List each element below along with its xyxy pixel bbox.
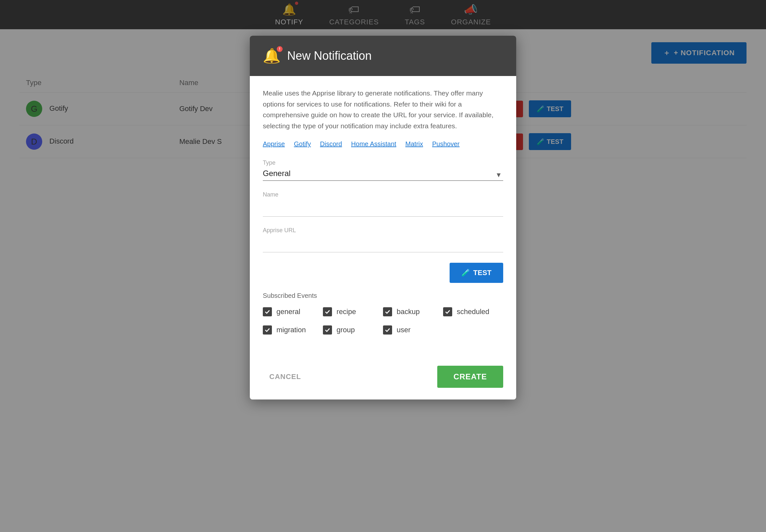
event-label-scheduled: scheduled <box>457 308 489 316</box>
service-link-apprise[interactable]: Apprise <box>263 140 285 148</box>
event-item-user: user <box>383 325 443 335</box>
event-item-scheduled: scheduled <box>443 307 503 316</box>
event-checkbox-user[interactable] <box>383 325 392 335</box>
event-checkbox-migration[interactable] <box>263 325 272 335</box>
dialog-body: Mealie uses the Apprise library to gener… <box>250 76 516 359</box>
event-checkbox-group[interactable] <box>323 325 332 335</box>
service-link-matrix[interactable]: Matrix <box>405 140 423 148</box>
dialog-bell-icon: 🔔 <box>263 47 281 64</box>
event-checkbox-general[interactable] <box>263 307 272 316</box>
create-label: CREATE <box>453 372 487 381</box>
event-item-recipe: recipe <box>323 307 383 316</box>
event-label-recipe: recipe <box>337 308 356 316</box>
event-label-backup: backup <box>397 308 420 316</box>
type-select[interactable]: GeneralAppriseGotifyDiscordHome Assistan… <box>263 169 503 178</box>
modal-overlay: 🔔 New Notification Mealie uses the Appri… <box>0 0 766 532</box>
event-checkbox-scheduled[interactable] <box>443 307 452 316</box>
dialog-title: New Notification <box>287 49 372 63</box>
test-button-container: 🧪 TEST <box>263 263 503 283</box>
service-links: AppriseGotifyDiscordHome AssistantMatrix… <box>263 140 503 148</box>
create-button[interactable]: CREATE <box>437 366 503 388</box>
events-grid: general recipe backup scheduled migratio… <box>263 307 503 335</box>
name-field: Name <box>263 191 503 217</box>
cancel-label: CANCEL <box>269 373 301 381</box>
name-label: Name <box>263 191 503 198</box>
new-notification-dialog: 🔔 New Notification Mealie uses the Appri… <box>250 36 516 399</box>
type-field: Type GeneralAppriseGotifyDiscordHome Ass… <box>263 159 503 181</box>
apprise-url-label: Apprise URL <box>263 227 503 234</box>
test-button-label: TEST <box>473 269 492 277</box>
service-link-discord[interactable]: Discord <box>320 140 342 148</box>
service-link-pushover[interactable]: Pushover <box>432 140 460 148</box>
event-item-general: general <box>263 307 323 316</box>
type-select-wrapper: GeneralAppriseGotifyDiscordHome Assistan… <box>263 169 503 181</box>
event-checkbox-backup[interactable] <box>383 307 392 316</box>
dialog-description: Mealie uses the Apprise library to gener… <box>263 88 503 131</box>
event-label-user: user <box>397 326 411 334</box>
event-checkbox-recipe[interactable] <box>323 307 332 316</box>
dialog-footer: CANCEL CREATE <box>250 359 516 399</box>
type-label: Type <box>263 159 503 166</box>
name-input[interactable] <box>263 201 503 217</box>
subscribed-events-label: Subscribed Events <box>263 292 503 299</box>
cancel-button[interactable]: CANCEL <box>263 367 308 386</box>
service-link-home-assistant[interactable]: Home Assistant <box>351 140 396 148</box>
test-button[interactable]: 🧪 TEST <box>450 263 503 283</box>
event-item-group: group <box>323 325 383 335</box>
event-label-group: group <box>337 326 355 334</box>
event-label-general: general <box>276 308 300 316</box>
apprise-url-field: Apprise URL <box>263 227 503 252</box>
event-label-migration: migration <box>276 326 306 334</box>
event-item-migration: migration <box>263 325 323 335</box>
dialog-header: 🔔 New Notification <box>250 36 516 76</box>
service-link-gotify[interactable]: Gotify <box>294 140 311 148</box>
apprise-url-input[interactable] <box>263 236 503 252</box>
event-item-backup: backup <box>383 307 443 316</box>
flask-icon: 🧪 <box>461 269 470 277</box>
